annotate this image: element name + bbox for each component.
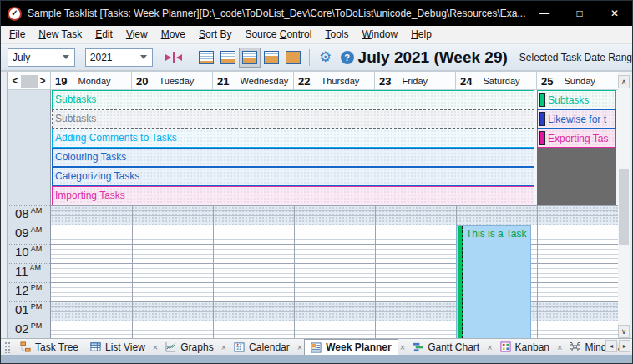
sunday-task[interactable]: Likewise for t — [537, 109, 616, 129]
grid-row-08am[interactable] — [51, 205, 618, 225]
hour-period: AM — [31, 225, 43, 234]
week-heading: July 2021 (Week 29) — [358, 48, 508, 67]
week-nav: < > — [8, 72, 51, 90]
day-header-friday[interactable]: 23 Friday — [375, 72, 456, 90]
allday-task[interactable]: Subtasks — [52, 109, 534, 129]
tab-scroll-left-button[interactable]: ◄ — [605, 340, 617, 352]
hour-period: AM — [31, 206, 43, 215]
tab-label: List View — [105, 341, 145, 353]
allday-task[interactable]: Subtasks — [52, 90, 534, 109]
grid-row-02pm[interactable] — [51, 321, 618, 338]
menu-window[interactable]: Window — [355, 26, 404, 43]
day-header-monday[interactable]: 19 Monday — [51, 72, 132, 90]
hour-label: 11AM — [8, 263, 50, 282]
menu-file[interactable]: File — [3, 26, 32, 43]
view-month-button[interactable] — [282, 48, 304, 68]
next-week-button[interactable]: > — [38, 75, 48, 87]
sunday-task[interactable]: Subtasks — [537, 90, 616, 109]
menu-edit[interactable]: Edit — [89, 26, 119, 43]
tab-week-planner[interactable]: Week Planner — [304, 339, 398, 355]
hour-label: 09AM — [8, 225, 50, 244]
goto-today-button[interactable] — [163, 48, 185, 68]
hour-label: 01PM — [8, 301, 50, 321]
menu-view[interactable]: View — [119, 26, 154, 43]
day-number: 23 — [379, 75, 391, 88]
prev-week-button[interactable]: < — [10, 75, 20, 87]
day-number: 24 — [460, 75, 472, 88]
tab-list-view[interactable]: List View — [84, 339, 151, 355]
allday-task[interactable]: Importing Tasks — [52, 186, 534, 205]
tab-graphs[interactable]: Graphs — [160, 339, 219, 355]
gantt-chart-icon — [413, 341, 423, 352]
day-name: Thursday — [321, 76, 359, 86]
day-header-saturday[interactable]: 24 Saturday — [456, 72, 537, 90]
allday-task[interactable]: Colouring Tasks — [52, 148, 534, 167]
grid-row-12pm[interactable] — [51, 282, 618, 301]
chevron-down-icon — [63, 55, 69, 59]
year-value: 2021 — [90, 52, 113, 63]
toolbar-separator — [190, 49, 190, 66]
grid-row-11am[interactable] — [51, 263, 618, 282]
year-select[interactable]: 2021 — [85, 48, 153, 67]
menu-new-task[interactable]: New Task — [32, 26, 89, 43]
task-label: Subtasks — [55, 94, 96, 105]
calendar-icon: 31 — [234, 341, 245, 352]
menu-help[interactable]: Help — [404, 26, 438, 43]
allday-task[interactable]: Categorizing Tasks — [52, 167, 534, 186]
scroll-up-button[interactable]: ∧ — [618, 75, 630, 88]
menu-sort-by[interactable]: Sort By — [192, 26, 238, 43]
allday-task[interactable]: Adding Comments to Tasks — [52, 129, 534, 148]
day-header-sunday[interactable]: 25 Sunday — [537, 72, 618, 90]
toolbar-separator — [309, 49, 310, 66]
tab-close-button[interactable]: × — [398, 342, 407, 352]
grid-row-09am[interactable] — [51, 225, 618, 244]
view-1-day-button[interactable] — [195, 48, 217, 68]
view-2-week-button[interactable] — [261, 48, 282, 68]
task-color-bar — [539, 131, 545, 145]
hour-label: 10AM — [8, 244, 50, 263]
tab-gantt-chart[interactable]: Gantt Chart — [407, 339, 485, 355]
view-week-button[interactable] — [239, 48, 261, 68]
kanban-icon — [500, 341, 511, 352]
grid-row-01pm[interactable] — [51, 301, 618, 321]
tab-task-tree[interactable]: Task Tree — [14, 339, 84, 355]
scrollbar-thumb[interactable] — [619, 169, 629, 245]
tab-close-button[interactable]: × — [220, 342, 228, 352]
scroll-down-button[interactable]: ∨ — [618, 325, 630, 338]
close-button[interactable]: ✕ — [597, 1, 632, 26]
tab-close-button[interactable]: × — [151, 342, 160, 352]
day-name: Saturday — [483, 76, 519, 86]
hour-number: 12 — [15, 283, 29, 297]
day-header-tuesday[interactable]: 20 Tuesday — [132, 72, 213, 90]
hour-number: 10 — [15, 245, 29, 259]
menu-tools[interactable]: Tools — [318, 26, 355, 43]
menu-move[interactable]: Move — [154, 26, 192, 43]
tab-kanban[interactable]: Kanban — [494, 339, 555, 355]
hour-period: PM — [31, 283, 43, 291]
maximize-button[interactable]: □ — [562, 1, 597, 26]
week-nav-thumb[interactable] — [21, 75, 38, 88]
view-3-day-button[interactable] — [217, 48, 239, 68]
tab-label: Calendar — [249, 341, 290, 353]
timed-task[interactable]: This is a Task — [456, 225, 531, 338]
view-tabbar: Task Tree List View × Graphs × 3 — [1, 338, 633, 355]
mind-map-icon — [570, 341, 580, 352]
tab-close-button[interactable]: × — [555, 342, 564, 352]
tab-calendar[interactable]: 31 Calendar — [228, 339, 296, 355]
grid-row-10am[interactable] — [51, 244, 618, 263]
tab-close-button[interactable]: × — [296, 342, 304, 352]
menu-source-control[interactable]: Source Control — [238, 26, 318, 43]
column-divider — [537, 205, 538, 338]
sunday-task[interactable]: Exporting Tas — [537, 129, 616, 148]
preferences-button[interactable]: ⚙ — [315, 48, 337, 68]
day-header-thursday[interactable]: 22 Thursday — [294, 72, 375, 90]
tab-scroll-right-button[interactable]: ► — [619, 340, 630, 352]
tab-label: Gantt Chart — [428, 341, 479, 353]
day-header-wednesday[interactable]: 21 Wednesday — [213, 72, 294, 90]
month-select[interactable]: July — [8, 48, 75, 67]
tab-scroll-buttons: ◄ ► — [605, 340, 630, 352]
tabbar-gripper[interactable] — [4, 341, 11, 353]
minimize-button[interactable]: — — [527, 1, 562, 26]
tab-close-button[interactable]: × — [485, 342, 494, 352]
help-button[interactable]: ? — [337, 48, 358, 68]
